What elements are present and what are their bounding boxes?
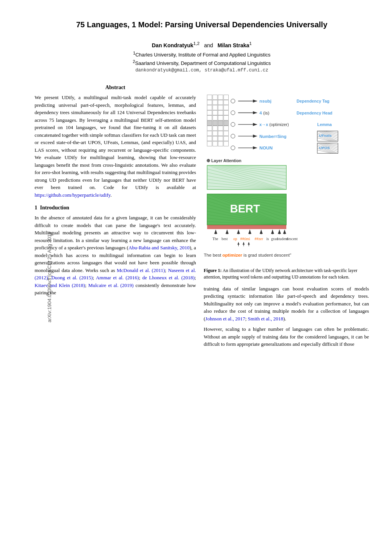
- svg-text:best: best: [222, 237, 228, 241]
- section1-number: 1: [35, 205, 37, 211]
- authors-and: and: [204, 42, 213, 48]
- svg-text:Dependency Tag: Dependency Tag: [297, 99, 329, 104]
- svg-text:descent: descent: [286, 237, 298, 241]
- two-column-layout: Abstract We present UDify, a multilingua…: [35, 85, 369, 351]
- author2-super: 1: [249, 41, 252, 46]
- svg-text:NOUN: NOUN: [259, 146, 272, 151]
- section1-para1: In the absence of annotated data for a g…: [35, 214, 196, 297]
- svg-rect-58: [213, 121, 218, 126]
- arxiv-stamp: arXiv:1904.02099v3 [cs.CL] 25 Aug 2019: [47, 232, 52, 322]
- svg-text:Dependency Head: Dependency Head: [297, 111, 332, 115]
- svg-text:⊕: ⊕: [206, 158, 210, 163]
- ref-lhoneux[interactable]: de Lhoneux et al. (2018): [142, 275, 194, 280]
- svg-text:Lemma: Lemma: [317, 123, 332, 127]
- author2-name: Milan Straka: [218, 42, 249, 48]
- figure-svg: nsubj Dependency Tag 4 (is) Dependency H…: [204, 85, 369, 264]
- author1-super: 1,2: [193, 41, 199, 46]
- svg-text:Number=Sing: Number=Sing: [259, 134, 286, 139]
- svg-text:##zer: ##zer: [255, 237, 264, 241]
- section1-body: In the absence of annotated data for a g…: [35, 214, 196, 297]
- svg-text:is: is: [266, 237, 269, 241]
- paper-title: 75 Languages, 1 Model: Parsing Universal…: [35, 19, 369, 30]
- abstract-section: Abstract We present UDify, a multilingua…: [35, 85, 196, 199]
- section1-title: 1 Introduction: [35, 205, 196, 211]
- page: arXiv:1904.02099v3 [cs.CL] 25 Aug 2019 7…: [0, 0, 392, 554]
- ref-mulcaire[interactable]: Mulcaire et al. (2019): [88, 282, 134, 288]
- svg-text:##timi: ##timi: [240, 237, 250, 241]
- svg-rect-78: [224, 121, 229, 126]
- section1-right-para2: However, scaling to a higher number of l…: [204, 325, 369, 348]
- ref-kitaev[interactable]: Kitaev and Klein (2018): [35, 282, 85, 288]
- affiliation1: 1Charles University, Institute of Formal…: [35, 51, 369, 58]
- section1-right-body: training data of similar languages can b…: [204, 285, 369, 348]
- authors-line: Dan Kondratyuk1,2 and Milan Straka1: [35, 41, 369, 48]
- svg-rect-68: [218, 121, 223, 126]
- figure1: nsubj Dependency Tag 4 (is) Dependency H…: [204, 85, 369, 280]
- figure1-caption-text: An illustration of the UDify network arc…: [204, 268, 357, 280]
- svg-text:The: The: [212, 237, 218, 241]
- figure1-caption: Figure 1: An illustration of the UDify n…: [204, 267, 369, 280]
- author1-name: Dan Kondratyuk: [152, 42, 193, 48]
- ref-smith[interactable]: Smith et al., 2018: [248, 316, 283, 322]
- abstract-title: Abstract: [35, 85, 196, 91]
- figure-diagram: nsubj Dependency Tag 4 (is) Dependency H…: [204, 85, 369, 265]
- emails: dankondratyuk@gmail.com, straka@ufal.mff…: [35, 68, 369, 73]
- section1-right-para1: training data of similar languages can b…: [204, 285, 369, 323]
- main-content: 75 Languages, 1 Model: Parsing Universal…: [35, 19, 369, 351]
- svg-text:nsubj: nsubj: [259, 99, 271, 104]
- svg-text:BERT: BERT: [230, 203, 260, 215]
- svg-text:4 (is): 4 (is): [259, 110, 269, 115]
- svg-text:UFeats: UFeats: [319, 133, 332, 138]
- ref-johnson[interactable]: Johnson et al., 2017: [205, 316, 245, 322]
- ref-mcdonald[interactable]: McDonald et al. (2011): [117, 267, 165, 273]
- ref-abu-rabia[interactable]: Abu-Rabia and Sanitsky, 2010: [128, 245, 189, 250]
- svg-text:Layer Attention: Layer Attention: [211, 158, 241, 163]
- code-link[interactable]: https://github.com/hyperparticle/udify: [35, 192, 110, 198]
- svg-text:op: op: [233, 237, 237, 241]
- svg-text:UPOS: UPOS: [319, 146, 330, 150]
- ref-ammar[interactable]: Ammar et al. (2016): [96, 275, 139, 280]
- left-column: Abstract We present UDify, a multilingua…: [35, 85, 196, 351]
- abstract-text: We present UDify, a multilingual multi-t…: [35, 94, 196, 199]
- svg-text:"The best optimizer is grad st: "The best optimizer is grad student desc…: [204, 252, 291, 257]
- right-column: nsubj Dependency Tag 4 (is) Dependency H…: [204, 85, 369, 351]
- svg-rect-118: [207, 225, 286, 229]
- svg-rect-48: [207, 121, 212, 126]
- affiliation2: 2Saarland University, Department of Comp…: [35, 59, 369, 66]
- figure1-label: Figure 1:: [204, 268, 222, 273]
- ref-duong[interactable]: Duong et al. (2015): [51, 275, 93, 280]
- svg-text:x→x (optimizer): x→x (optimizer): [259, 123, 289, 127]
